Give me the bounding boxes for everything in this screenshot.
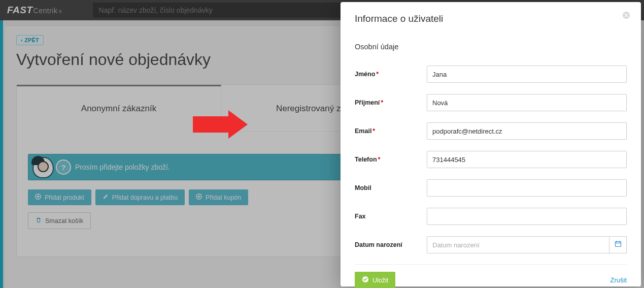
- section-personal: Osobní údaje: [355, 43, 627, 51]
- row-mobile: Mobil: [355, 174, 627, 202]
- phone-field[interactable]: [427, 151, 627, 168]
- label-first-name: Jméno*: [355, 71, 427, 78]
- user-info-modal: Informace o uživateli Osobní údaje Jméno…: [341, 2, 641, 286]
- dob-field[interactable]: [427, 236, 609, 253]
- last-name-field[interactable]: [427, 94, 627, 111]
- cancel-link[interactable]: Zrušit: [611, 276, 627, 284]
- label-last-name: Přijmení*: [355, 99, 427, 106]
- row-last-name: Přijmení*: [355, 88, 627, 117]
- check-icon: [362, 276, 369, 284]
- label-email: Email*: [355, 127, 427, 135]
- save-button[interactable]: Uložit: [355, 272, 395, 288]
- modal-title: Informace o uživateli: [355, 13, 627, 24]
- first-name-field[interactable]: [427, 66, 627, 83]
- calendar-icon: [615, 240, 622, 249]
- close-icon: [622, 9, 630, 22]
- row-phone: Telefon*: [355, 145, 627, 174]
- save-label: Uložit: [372, 277, 388, 284]
- label-dob: Datum narození: [355, 241, 427, 248]
- modal-footer: Uložit Zrušit: [355, 264, 627, 288]
- label-mobile: Mobil: [355, 184, 427, 191]
- row-fax: Fax: [355, 202, 627, 231]
- date-picker-button[interactable]: [609, 236, 627, 253]
- fax-field[interactable]: [427, 208, 627, 225]
- svg-rect-4: [615, 242, 621, 247]
- mobile-field[interactable]: [427, 179, 627, 197]
- row-dob: Datum narození: [355, 231, 627, 259]
- label-fax: Fax: [355, 213, 427, 220]
- label-phone: Telefon*: [355, 156, 427, 163]
- row-email: Email*: [355, 117, 627, 145]
- row-first-name: Jméno*: [355, 60, 627, 88]
- email-field[interactable]: [427, 122, 627, 140]
- user-form: Jméno* Přijmení* Email* Telefon* Mobil F…: [355, 60, 627, 259]
- close-button[interactable]: [621, 10, 632, 21]
